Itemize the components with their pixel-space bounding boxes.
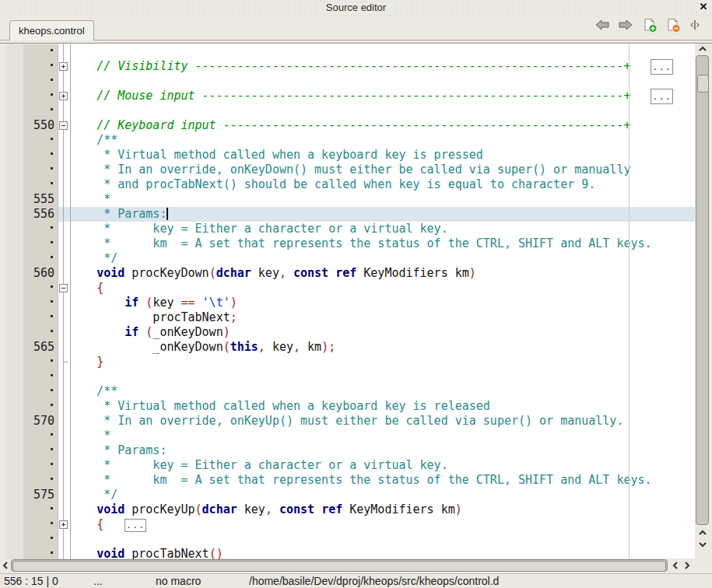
close-document-button[interactable] — [665, 18, 682, 35]
tab-kheops-control[interactable]: kheops.control — [9, 20, 94, 40]
current-code-line[interactable]: 556 * Params: — [0, 207, 695, 222]
vertical-scrollbar[interactable] — [695, 44, 710, 559]
chevron-left-icon — [672, 561, 679, 570]
scroll-right-button[interactable] — [681, 559, 693, 572]
code-line[interactable]: // Visibility --------------------------… — [0, 59, 695, 74]
code-line[interactable]: 555 * — [0, 192, 695, 207]
code-text: // Visibility --------------------------… — [58, 59, 695, 74]
code-line[interactable]: * Virtual method called when a keyboard … — [0, 399, 695, 414]
line-number — [0, 443, 58, 458]
code-text: * — [58, 429, 695, 443]
code-line[interactable] — [0, 74, 695, 89]
code-line[interactable]: // Mouse input -------------------------… — [0, 89, 695, 103]
fold-collapse-icon[interactable] — [59, 284, 68, 292]
code-line[interactable] — [0, 44, 695, 59]
code-line[interactable]: * — [0, 429, 695, 443]
code-text: * Params: — [58, 207, 695, 222]
code-line[interactable]: 570 * In an override, onKeyUp() must eit… — [0, 414, 695, 429]
code-line[interactable]: { — [0, 281, 695, 296]
folded-code-ellipsis[interactable]: ... — [651, 89, 673, 104]
fold-expand-icon[interactable] — [59, 62, 68, 71]
status-ellipsis: ... — [93, 575, 103, 587]
code-line[interactable] — [0, 103, 695, 118]
vertical-scroll-track[interactable] — [696, 55, 709, 525]
code-text — [58, 74, 695, 89]
new-document-button[interactable] — [641, 18, 658, 35]
line-number: 550 — [0, 118, 58, 133]
code-line[interactable]: * key = Either a character or a virtual … — [0, 222, 695, 236]
new-document-icon — [643, 18, 658, 36]
line-number — [0, 473, 58, 488]
code-line[interactable]: * km = A set that represents the status … — [0, 236, 695, 251]
folded-code-ellipsis[interactable]: ... — [125, 519, 146, 532]
scroll-left-button-right[interactable] — [669, 559, 681, 572]
code-line[interactable]: } — [0, 355, 695, 369]
code-text: { — [58, 281, 695, 296]
line-number — [0, 44, 58, 59]
code-line[interactable]: 550 // Keyboard input ------------------… — [0, 118, 695, 133]
code-line[interactable]: {... — [0, 517, 695, 532]
close-window-icon[interactable]: ✕ — [697, 1, 710, 13]
code-line[interactable]: 560 void procKeyDown(dchar key, const re… — [0, 266, 695, 281]
code-text: void procKeyDown(dchar key, const ref Ke… — [58, 266, 695, 281]
forward-arrow-icon — [618, 19, 633, 34]
code-text: * Params: — [58, 443, 695, 458]
code-line[interactable]: void procTabNext() — [0, 547, 695, 559]
back-button[interactable] — [594, 18, 611, 35]
code-line[interactable]: * In an override, onKeyDown() must eithe… — [0, 163, 695, 177]
line-number — [0, 89, 58, 103]
code-text: * km = A set that represents the status … — [58, 236, 695, 251]
fold-expand-icon[interactable] — [59, 520, 68, 529]
back-arrow-icon — [595, 19, 610, 34]
code-line[interactable]: * and procTabNext() should be called whe… — [0, 177, 695, 192]
code-line[interactable]: if (key == '\t') — [0, 296, 695, 310]
line-number — [0, 103, 58, 118]
scroll-up-button[interactable] — [696, 44, 710, 54]
line-number — [0, 74, 58, 89]
line-number: 575 — [0, 488, 58, 502]
horizontal-scrollbar[interactable] — [0, 558, 695, 573]
code-line[interactable] — [0, 532, 695, 547]
code-line[interactable] — [0, 369, 695, 384]
code-text: { — [58, 517, 695, 532]
code-line[interactable]: void procKeyUp(dchar key, const ref KeyM… — [0, 502, 695, 517]
fold-expand-icon[interactable] — [59, 92, 68, 100]
code-text: * In an override, onKeyDown() must eithe… — [58, 163, 695, 177]
code-line[interactable]: * km = A set that represents the status … — [0, 473, 695, 488]
code-text: /** — [58, 384, 695, 399]
vertical-scroll-thumb[interactable] — [697, 75, 709, 93]
code-line[interactable]: * Params: — [0, 443, 695, 458]
horizontal-scroll-track[interactable] — [11, 559, 668, 572]
forward-button[interactable] — [617, 18, 634, 35]
code-line[interactable]: /** — [0, 384, 695, 399]
code-text: _onKeyDown(this, key, km); — [58, 340, 695, 355]
line-number — [0, 133, 58, 148]
folded-code-ellipsis[interactable]: ... — [651, 59, 673, 75]
scroll-left-button[interactable] — [0, 559, 11, 572]
line-number — [0, 281, 58, 296]
code-line[interactable]: 575 */ — [0, 488, 695, 502]
scroll-up-button-bottom[interactable] — [696, 527, 710, 538]
code-line[interactable]: procTabNext; — [0, 310, 695, 325]
horizontal-scroll-thumb[interactable] — [12, 561, 666, 572]
close-document-icon — [666, 18, 681, 36]
fold-collapse-icon[interactable] — [59, 121, 68, 130]
tab-bar: kheops.control — [0, 16, 712, 40]
line-number — [0, 458, 58, 473]
code-text — [58, 44, 695, 59]
line-number — [0, 355, 58, 369]
line-number — [0, 310, 58, 325]
code-rows[interactable]: // Visibility --------------------------… — [0, 44, 695, 559]
code-line[interactable]: /** — [0, 133, 695, 148]
line-number: 560 — [0, 266, 58, 281]
code-line[interactable]: * Virtual method called when a keyboard … — [0, 148, 695, 163]
code-line[interactable]: 565 _onKeyDown(this, key, km); — [0, 340, 695, 355]
titlebar: Source editor ✕ — [0, 0, 712, 16]
split-editor-button[interactable] — [686, 18, 703, 35]
code-line[interactable]: if (_onKeyDown) — [0, 325, 695, 340]
scroll-down-button[interactable] — [696, 539, 710, 550]
line-number — [0, 296, 58, 310]
line-number — [0, 163, 58, 177]
code-line[interactable]: */ — [0, 251, 695, 266]
code-line[interactable]: * key = Either a character or a virtual … — [0, 458, 695, 473]
